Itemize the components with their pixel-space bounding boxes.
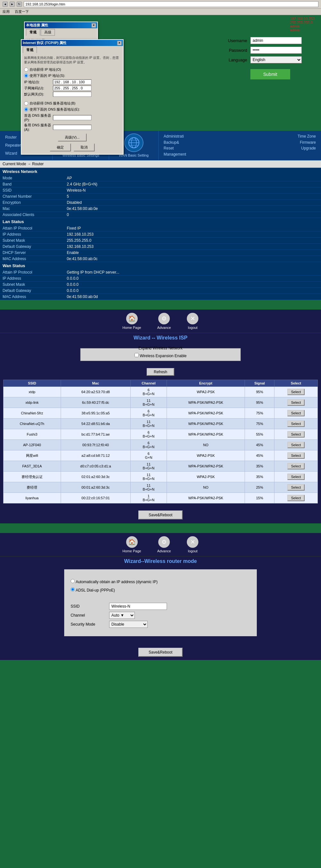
- back-button[interactable]: ◄: [3, 2, 8, 7]
- refresh-button[interactable]: ↻: [17, 2, 22, 7]
- logout-nav-2[interactable]: ✕ logout: [187, 536, 199, 553]
- toolbar-baidu[interactable]: 百度一下: [15, 9, 29, 14]
- select-button[interactable]: Select: [287, 442, 305, 448]
- submit-button[interactable]: Submit: [250, 69, 290, 80]
- cell-channel: 6 B+G+N: [131, 429, 167, 440]
- auto-ip-label: Automatically obtain an IP address (dyna…: [71, 580, 157, 584]
- cell-channel: 6 G+N: [131, 451, 167, 461]
- reset-link[interactable]: Reset: [164, 146, 174, 151]
- isp-save-reboot-button[interactable]: Save&Reboot: [138, 510, 183, 520]
- cell-encrypt: WPA-PSK/WPA2-PSK: [167, 429, 245, 440]
- select-button[interactable]: Select: [287, 473, 305, 480]
- cell-signal: 75%: [245, 408, 275, 418]
- home-page-nav[interactable]: 🏠 Home Page: [122, 313, 141, 330]
- upgrade-link[interactable]: Upgrade: [301, 146, 316, 151]
- toolbar-app[interactable]: 应用: [3, 9, 10, 14]
- admin-link[interactable]: Administrati: [164, 134, 184, 138]
- select-button[interactable]: Select: [287, 389, 305, 395]
- router-link[interactable]: Router: [5, 135, 17, 140]
- tab-advanced[interactable]: 高级: [41, 29, 55, 36]
- language-select[interactable]: English 中文: [250, 56, 302, 63]
- advance-label-2: Advance: [157, 549, 171, 553]
- list-item: liyanhua 00:22:c0:16:57:01 1 B+G+N WPA-P…: [3, 493, 318, 503]
- preferred-dns-input[interactable]: [53, 115, 92, 120]
- security-select[interactable]: Disable WPA-PSK WPA2-PSK: [109, 621, 148, 628]
- tab-general[interactable]: 常规: [26, 29, 40, 36]
- row-value: 0.0.0.0: [64, 276, 321, 282]
- advanced-button[interactable]: 高级(V)...: [58, 133, 87, 142]
- ok-button[interactable]: 确定: [50, 144, 71, 151]
- table-row: Mac0e:41:58:00:ab:0e: [0, 206, 321, 212]
- logout-nav[interactable]: ✕ logout: [187, 313, 199, 330]
- language-label: Language: [221, 58, 247, 62]
- management-link[interactable]: Management: [164, 152, 186, 157]
- cell-mac: d0:c7:c0:05:c3:d1:a: [61, 461, 131, 472]
- dialogs-area: 192.168.10.253 255.255.255.0 admin admin…: [0, 15, 321, 131]
- select-button[interactable]: Select: [287, 431, 305, 437]
- advance-nav-2[interactable]: ⚙ Advance: [157, 536, 171, 553]
- cell-mac: 38:e5:95:1c:05:a5: [61, 408, 131, 418]
- alternate-dns-input[interactable]: [53, 125, 92, 130]
- select-button[interactable]: Select: [287, 463, 305, 469]
- tcp-desc: 如果网络支持此功能，则可以获取自动指派的 IP 设置。否则，您需要从网络系统管理…: [24, 56, 120, 65]
- repeater-link[interactable]: Repeater: [5, 143, 21, 148]
- cell-select: Select: [275, 472, 318, 482]
- adsl-radio[interactable]: [71, 587, 75, 591]
- list-item: ChinaNet-Sfrz 38:e5:95:1c:05:a5 6 B+G+N …: [3, 408, 318, 418]
- cell-select: Select: [275, 408, 318, 418]
- isp-section: 🏠 Home Page ⚙ Advance ✕ logout Wizard --…: [0, 310, 321, 523]
- router-save-reboot-button[interactable]: Save&Reboot: [138, 648, 183, 657]
- channel-select[interactable]: Auto ▼ 1234 5678 91011: [109, 612, 135, 619]
- table-row: MAC Address0e:41:58:00:ab:0c: [0, 256, 321, 262]
- expand-area: Expand Wireless Network Wireless Expansi…: [0, 343, 321, 364]
- advance-nav[interactable]: ⚙ Advance: [157, 313, 171, 330]
- url-bar[interactable]: 192.168.10.253/login.htm: [24, 1, 318, 7]
- row-label: Encryption: [0, 199, 64, 206]
- password-label: Password: [221, 48, 247, 53]
- wan-status-header: Wan Status: [0, 262, 321, 270]
- cell-mac: bc:d1:77:b4:71:ae: [61, 429, 131, 440]
- scan-table-body: xtdp 64:20:a2:53:70:d8 6 B+G+N WPA2-PSK …: [3, 387, 318, 503]
- net-dialog-close[interactable]: ×: [92, 23, 96, 28]
- cancel-button[interactable]: 取消: [73, 144, 95, 151]
- row-value: 5: [64, 193, 321, 199]
- time-zone-link[interactable]: Time Zone: [297, 134, 316, 138]
- forward-button[interactable]: ►: [10, 2, 15, 7]
- select-button[interactable]: Select: [287, 421, 305, 427]
- table-row: MAC Address0e:41:58:00:ab:0d: [0, 294, 321, 300]
- auto-ip-radio[interactable]: [71, 579, 75, 583]
- select-button[interactable]: Select: [287, 399, 305, 406]
- ssid-input[interactable]: [109, 603, 167, 610]
- router-form-wrapper: Automatically obtain an IP address (dyna…: [0, 566, 321, 640]
- home-page-nav-2[interactable]: 🏠 Home Page: [122, 536, 141, 553]
- gateway-input[interactable]: [53, 92, 92, 97]
- cell-signal: 45%: [245, 440, 275, 451]
- select-button[interactable]: Select: [287, 452, 305, 459]
- ip-field-row: IP 地址(I):: [24, 80, 120, 85]
- globe-icon: [124, 133, 143, 152]
- subnet-input[interactable]: [53, 86, 92, 91]
- lan-status-table: Attain IP ProtocolFixed IPIP Address192.…: [0, 225, 321, 262]
- username-input[interactable]: [250, 37, 302, 44]
- cell-mac: 6c:59:40:27:f5:dc: [61, 397, 131, 408]
- table-row: Associated Clients0: [0, 212, 321, 218]
- expand-checkbox[interactable]: [135, 353, 139, 357]
- password-input[interactable]: [250, 46, 302, 54]
- adsl-text: ADSL Dial-up (PPPoE): [76, 588, 115, 592]
- row-label: Attain IP Protocol: [0, 225, 64, 231]
- table-row: Band2.4 GHz (B+G+N): [0, 181, 321, 187]
- security-label: Security Mode: [71, 622, 109, 626]
- backup-link[interactable]: Backup&: [164, 140, 179, 145]
- wizard-link[interactable]: Wizard: [5, 151, 17, 156]
- ip-input[interactable]: [53, 80, 92, 85]
- th-mac: Mac: [61, 380, 131, 387]
- tcp-dialog-close[interactable]: ×: [117, 41, 122, 45]
- select-button[interactable]: Select: [287, 495, 305, 501]
- refresh-button[interactable]: Refresh: [147, 368, 174, 376]
- select-button[interactable]: Select: [287, 484, 305, 491]
- cell-encrypt: WPA-PSK/WPA2-PSK: [167, 461, 245, 472]
- firmware-link[interactable]: Firmware: [300, 140, 316, 145]
- tcp-tab-general[interactable]: 常规: [23, 46, 37, 53]
- select-button[interactable]: Select: [287, 410, 305, 416]
- logout-label: logout: [188, 326, 198, 330]
